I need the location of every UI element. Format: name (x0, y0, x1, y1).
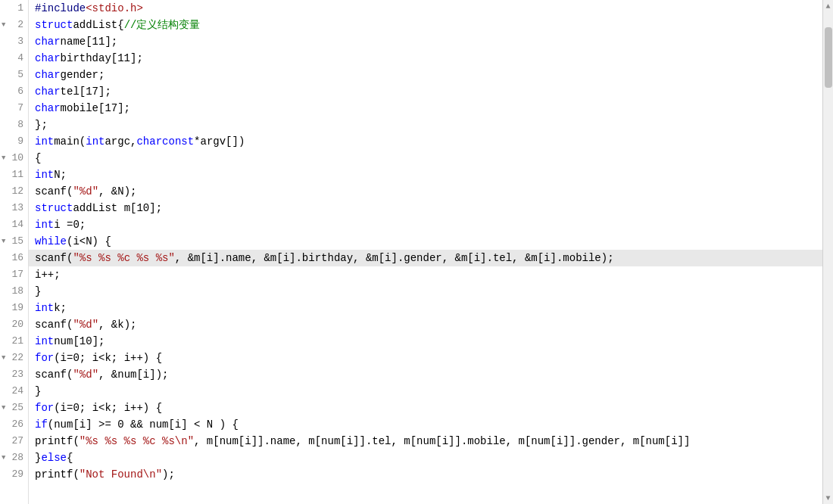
token: int (35, 216, 54, 233)
token: printf( (35, 433, 80, 450)
line-number-12: 12 (0, 183, 28, 200)
code-line-11: int N; (29, 166, 833, 183)
token: birthday[11]; (61, 50, 143, 67)
token: struct (35, 200, 73, 216)
scroll-up-arrow[interactable]: ▲ (823, 0, 834, 12)
token: char (35, 100, 61, 117)
code-line-9: int main(int argc, char const *argv[]) (29, 133, 833, 150)
token: (i<N) { (67, 233, 111, 250)
token: ); (162, 466, 175, 483)
token: while (35, 233, 67, 250)
line-number-1: 1 (0, 0, 28, 17)
token: "Not Found\n" (80, 466, 162, 483)
code-line-28: }else{ (29, 450, 833, 466)
token: , &num[i]); (98, 366, 168, 383)
token: , &k); (98, 316, 136, 333)
code-line-21: int num[10]; (29, 333, 833, 350)
code-line-24: } (29, 383, 833, 400)
editor-container: 1234567891011121314151617181920212223242… (0, 0, 833, 504)
line-number-11: 11 (0, 166, 28, 183)
code-line-12: scanf("%d", &N); (29, 183, 833, 200)
scrollbar-vertical[interactable]: ▲ ▼ (822, 0, 833, 504)
token: char (35, 50, 61, 67)
token: (i=0; i<k; i++) { (54, 350, 162, 366)
token: i =0; (54, 216, 86, 233)
line-number-23: 23 (0, 366, 28, 383)
code-line-27: printf("%s %s %s %c %s\n", m[num[i]].nam… (29, 433, 833, 450)
line-number-3: 3 (0, 33, 28, 50)
token: "%d" (73, 316, 98, 333)
line-number-5: 5 (0, 67, 28, 83)
token: "%s %s %c %s %s" (73, 250, 174, 266)
line-number-2: 2 (0, 17, 28, 33)
token: for (35, 350, 54, 366)
token: , m[num[i]].name, m[num[i]].tel, m[num[i… (194, 433, 690, 450)
token: name[11]; (61, 33, 118, 50)
line-number-19: 19 (0, 300, 28, 316)
token: ); (601, 250, 614, 266)
scroll-thumb-vertical[interactable] (825, 27, 832, 88)
token: int (35, 300, 54, 316)
line-number-10: 10 (0, 150, 28, 166)
token: scanf( (35, 316, 73, 333)
token: char (136, 133, 162, 150)
token: char (35, 67, 61, 83)
code-line-22: for(i=0; i<k; i++) { (29, 350, 833, 366)
token: num[10]; (54, 333, 105, 350)
line-number-9: 9 (0, 133, 28, 150)
line-numbers: 1234567891011121314151617181920212223242… (0, 0, 29, 504)
scroll-down-arrow[interactable]: ▼ (823, 492, 834, 504)
line-number-14: 14 (0, 216, 28, 233)
line-number-26: 26 (0, 416, 28, 433)
token: //定义结构变量 (124, 17, 201, 33)
token: k; (54, 300, 67, 316)
token: for (35, 400, 54, 416)
token: char (35, 83, 61, 100)
token: gender; (61, 67, 105, 83)
token: int (86, 133, 105, 150)
code-line-20: scanf("%d", &k); (29, 316, 833, 333)
line-number-28: 28 (0, 450, 28, 466)
line-number-25: 25 (0, 400, 28, 416)
token: scanf( (35, 250, 73, 266)
token: *argv[]) (194, 133, 245, 150)
token: addList{ (73, 17, 123, 33)
code-line-14: int i =0; (29, 216, 833, 233)
code-line-19: int k; (29, 300, 833, 316)
line-number-13: 13 (0, 200, 28, 216)
code-area[interactable]: #include <stdio.h>struct addList{ //定义结构… (29, 0, 833, 504)
code-line-17: i++; (29, 266, 833, 283)
token: int (35, 166, 54, 183)
token: argc, (105, 133, 136, 150)
line-number-29: 29 (0, 466, 28, 483)
token: , &m[i].name, &m[i].birthday, &m[i].gend… (175, 250, 601, 266)
token: printf( (35, 466, 80, 483)
token: i++; (35, 266, 61, 283)
line-number-8: 8 (0, 117, 28, 133)
token: "%d" (73, 183, 98, 200)
line-number-15: 15 (0, 233, 28, 250)
line-number-6: 6 (0, 83, 28, 100)
token: scanf( (35, 183, 73, 200)
code-line-16: scanf("%s %s %c %s %s", &m[i].name, &m[i… (29, 250, 833, 266)
token: addList m[10]; (73, 200, 162, 216)
token: main( (54, 133, 86, 150)
line-number-21: 21 (0, 333, 28, 350)
token: #include (35, 0, 86, 17)
code-line-7: char mobile[17]; (29, 100, 833, 117)
token: scanf( (35, 366, 73, 383)
code-line-26: if(num[i] >= 0 && num[i] < N ) { (29, 416, 833, 433)
code-line-13: struct addList m[10]; (29, 200, 833, 216)
token: } (35, 450, 41, 466)
token: "%d" (73, 366, 98, 383)
token: <stdio.h> (86, 0, 143, 17)
token: "%s %s %s %c %s\n" (80, 433, 194, 450)
code-line-23: scanf("%d", &num[i]); (29, 366, 833, 383)
token: tel[17]; (61, 83, 111, 100)
token: int (35, 133, 54, 150)
token: const (162, 133, 194, 150)
token: { (35, 150, 41, 166)
token: struct (35, 17, 73, 33)
code-line-25: for(i=0; i<k; i++) { (29, 400, 833, 416)
token: N; (54, 166, 67, 183)
